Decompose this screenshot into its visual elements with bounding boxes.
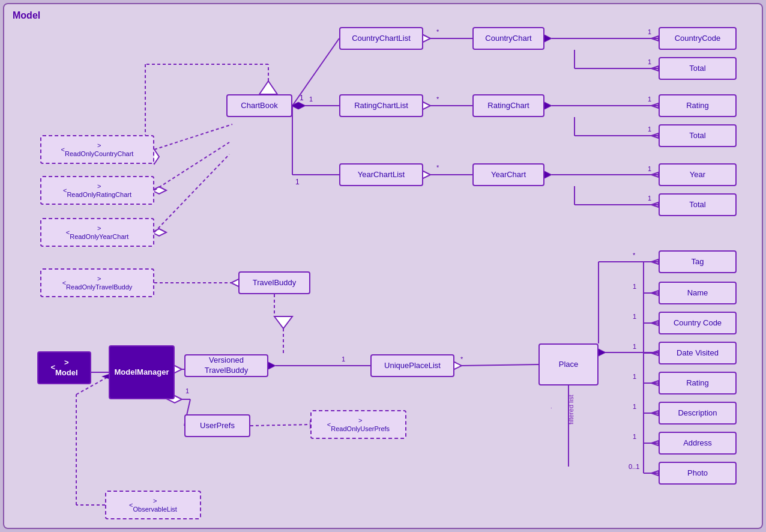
uml-box-observablelist: <>ObservableList: [105, 491, 201, 519]
svg-text:1: 1: [648, 195, 651, 202]
uml-box-ratingchart: RatingChart: [472, 94, 544, 117]
svg-text:*: *: [633, 252, 636, 259]
uml-box-total2: Total: [659, 124, 737, 147]
svg-marker-44: [259, 81, 277, 94]
svg-marker-56: [274, 316, 292, 328]
uml-box-travelbuddy: TravelBuddy: [238, 271, 310, 294]
uml-box-tag: Tag: [659, 250, 737, 273]
svg-text:filtered list: filtered list: [567, 394, 574, 425]
uml-box-readonlyratingchart: <>ReadOnlyRatingChart: [40, 176, 154, 205]
svg-marker-38: [651, 172, 659, 177]
svg-text:*: *: [436, 28, 439, 35]
svg-text:1: 1: [633, 373, 636, 380]
uml-box-year: Year: [659, 163, 737, 186]
uml-box-userprefs: UserPrefs: [184, 414, 250, 437]
svg-marker-18: [651, 66, 659, 71]
uml-box-readonlytravelbuddy: <>ReadOnlyTravelBuddy: [40, 268, 154, 297]
svg-text:1: 1: [295, 178, 300, 186]
uml-box-uniqueplacelist: UniquePlaceList: [370, 354, 454, 377]
svg-marker-42: [651, 202, 659, 207]
diagram-title: Model: [13, 10, 40, 21]
uml-box-versionedtravelbuddy: Versioned TravelBuddy: [184, 354, 268, 377]
uml-box-rating2: Rating: [659, 372, 737, 394]
svg-text:*: *: [460, 355, 463, 363]
uml-box-readonlycountrychart: <>ReadOnlyCountryChart: [40, 135, 154, 164]
svg-text:*: *: [436, 164, 439, 171]
svg-line-0: [292, 38, 339, 106]
svg-line-55: [154, 154, 229, 232]
diagram-lines: 1 1 1 * 1 1 *: [4, 4, 762, 528]
svg-text:1: 1: [648, 125, 651, 133]
svg-text:1: 1: [309, 95, 313, 103]
svg-marker-114: [101, 374, 109, 379]
uml-box-countrychartlist: CountryChartList: [339, 27, 423, 50]
uml-box-modelmanager: ModelManager: [109, 345, 175, 399]
uml-box-yearchart: YearChart: [472, 163, 544, 186]
uml-box-datevisited: Date Visited: [659, 342, 737, 364]
svg-text:1: 1: [633, 343, 636, 350]
svg-marker-87: [651, 321, 659, 325]
svg-text:1: 1: [185, 387, 189, 394]
uml-box-readonlyuserprefs: <>ReadOnlyUserPrefs: [310, 410, 406, 439]
svg-text:1: 1: [633, 283, 636, 290]
svg-marker-90: [651, 351, 659, 355]
uml-box-countrycode: CountryCode: [659, 27, 737, 50]
uml-box-name: Name: [659, 282, 737, 304]
uml-box-countrycode2: Country Code: [659, 312, 737, 334]
svg-marker-14: [651, 36, 659, 41]
uml-box-address: Address: [659, 432, 737, 455]
uml-box-rating1: Rating: [659, 94, 737, 117]
svg-text:1: 1: [342, 355, 345, 363]
uml-box-description: Description: [659, 402, 737, 425]
uml-box-total3: Total: [659, 193, 737, 216]
svg-text:*: *: [436, 95, 439, 103]
svg-text:1: 1: [633, 313, 636, 320]
svg-marker-26: [651, 103, 659, 108]
svg-text:1: 1: [633, 433, 636, 440]
svg-text:1: 1: [300, 94, 304, 102]
svg-line-75: [462, 364, 538, 366]
uml-box-chartbook: ChartBook: [226, 94, 292, 117]
uml-box-readonlyyearchart: <>ReadOnlyYearChart: [40, 218, 154, 247]
svg-marker-102: [651, 471, 659, 476]
uml-box-photo: Photo: [659, 462, 737, 485]
diagram-container: Model 1 1: [3, 3, 763, 529]
svg-marker-84: [651, 291, 659, 295]
svg-line-53: [154, 124, 232, 150]
uml-box-place: Place: [538, 343, 599, 385]
svg-text:1: 1: [648, 95, 651, 103]
uml-box-yearchartlist: YearChartList: [339, 163, 423, 186]
uml-box-countrychart: CountryChart: [472, 27, 544, 50]
svg-marker-93: [651, 381, 659, 385]
svg-marker-30: [651, 133, 659, 138]
svg-line-109: [250, 425, 310, 426]
uml-box-total1: Total: [659, 57, 737, 80]
svg-text:1: 1: [648, 165, 651, 172]
svg-marker-96: [651, 411, 659, 416]
svg-text:1: 1: [633, 403, 636, 410]
svg-marker-6: [291, 102, 306, 109]
svg-marker-81: [651, 259, 659, 264]
svg-line-54: [154, 142, 229, 190]
svg-text:0..1: 0..1: [629, 463, 639, 470]
svg-text:1: 1: [648, 58, 651, 65]
svg-text:1: 1: [648, 28, 651, 35]
svg-marker-99: [651, 441, 659, 446]
uml-box-interfacemodel: <>Model: [37, 351, 91, 384]
uml-box-ratingchartlist: RatingChartList: [339, 94, 423, 117]
